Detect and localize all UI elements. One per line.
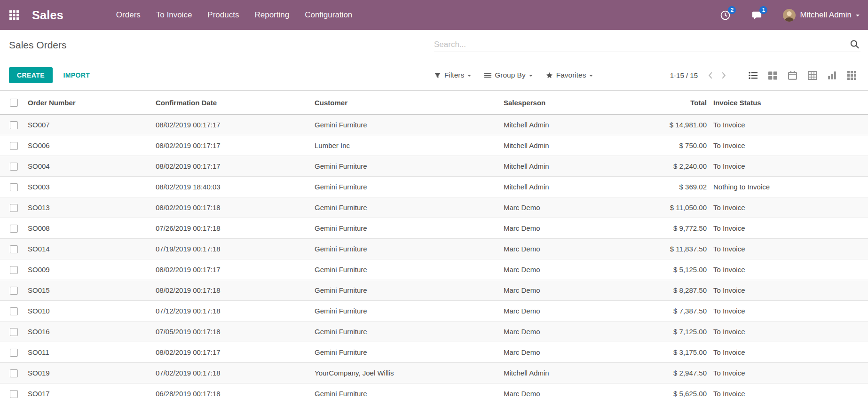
- table-row[interactable]: SO013 08/02/2019 00:17:18 Gemini Furnitu…: [0, 197, 868, 218]
- table-row[interactable]: SO009 08/02/2019 00:17:17 Gemini Furnitu…: [0, 259, 868, 280]
- row-checkbox-cell: [0, 363, 26, 383]
- cell-confirmation-date: 06/28/2019 00:17:18: [154, 383, 313, 399]
- cell-confirmation-date: 07/02/2019 00:17:18: [154, 363, 313, 383]
- cell-invoice-status: To Invoice: [709, 321, 868, 342]
- table-row[interactable]: SO014 07/19/2019 00:17:18 Gemini Furnitu…: [0, 239, 868, 259]
- activities-button[interactable]: 2: [720, 10, 731, 21]
- filters-dropdown[interactable]: Filters: [434, 71, 471, 79]
- table-row[interactable]: SO011 08/02/2019 00:17:17 Gemini Furnitu…: [0, 342, 868, 363]
- favorites-dropdown[interactable]: Favorites: [546, 71, 593, 79]
- search-box[interactable]: [434, 39, 860, 52]
- caret-down-icon: [856, 15, 860, 18]
- row-checkbox[interactable]: [10, 225, 18, 233]
- cell-salesperson: Marc Demo: [502, 342, 639, 363]
- cell-total: $ 11,837.50: [639, 239, 709, 259]
- row-checkbox[interactable]: [10, 121, 18, 129]
- favorites-label: Favorites: [556, 71, 586, 79]
- table-row[interactable]: SO008 07/26/2019 00:17:18 Gemini Furnitu…: [0, 218, 868, 239]
- search-options: Filters Group By Favorites: [434, 71, 593, 79]
- column-header-order-number[interactable]: Order Number: [26, 91, 154, 115]
- row-checkbox[interactable]: [10, 183, 18, 191]
- view-graph-button[interactable]: [822, 67, 842, 83]
- view-pivot-button[interactable]: [802, 67, 822, 83]
- table-row[interactable]: SO017 06/28/2019 00:17:18 Gemini Furnitu…: [0, 383, 868, 399]
- create-button[interactable]: CREATE: [9, 67, 53, 83]
- table-row[interactable]: SO007 08/02/2019 00:17:17 Gemini Furnitu…: [0, 115, 868, 135]
- top-menu-item[interactable]: Orders: [116, 10, 141, 20]
- cell-total: $ 14,981.00: [639, 115, 709, 135]
- cell-customer: Gemini Furniture: [313, 280, 502, 301]
- column-header-invoice-status[interactable]: Invoice Status: [709, 91, 868, 115]
- column-header-total[interactable]: Total: [639, 91, 709, 115]
- group-by-dropdown[interactable]: Group By: [484, 71, 532, 79]
- view-activity-button[interactable]: [842, 67, 861, 83]
- cell-order-number: SO006: [26, 135, 154, 156]
- messages-button[interactable]: 1: [751, 10, 762, 21]
- cell-invoice-status: To Invoice: [709, 218, 868, 239]
- cell-order-number: SO017: [26, 383, 154, 399]
- table-row[interactable]: SO016 07/05/2019 00:17:18 Gemini Furnitu…: [0, 321, 868, 342]
- table-row[interactable]: SO015 08/02/2019 00:17:18 Gemini Furnitu…: [0, 280, 868, 301]
- row-checkbox[interactable]: [10, 287, 18, 295]
- column-header-customer[interactable]: Customer: [313, 91, 502, 115]
- search-input[interactable]: [434, 39, 849, 50]
- filters-label: Filters: [444, 71, 464, 79]
- caret-down-icon: [589, 75, 593, 78]
- cell-salesperson: Marc Demo: [502, 280, 639, 301]
- table-row[interactable]: SO019 07/02/2019 00:17:18 YourCompany, J…: [0, 363, 868, 383]
- cell-total: $ 11,050.00: [639, 197, 709, 218]
- activities-badge: 2: [728, 6, 736, 14]
- cell-total: $ 2,240.00: [639, 156, 709, 177]
- row-checkbox[interactable]: [10, 163, 18, 171]
- row-checkbox-cell: [0, 301, 26, 321]
- search-button[interactable]: [849, 39, 860, 50]
- row-checkbox[interactable]: [10, 390, 18, 398]
- cell-order-number: SO014: [26, 239, 154, 259]
- table-row[interactable]: SO006 08/02/2019 00:17:17 Lumber Inc Mit…: [0, 135, 868, 156]
- row-checkbox[interactable]: [10, 328, 18, 336]
- top-menu-item[interactable]: Products: [207, 10, 239, 20]
- row-checkbox[interactable]: [10, 266, 18, 274]
- select-all-checkbox[interactable]: [10, 99, 18, 107]
- row-checkbox[interactable]: [10, 142, 18, 150]
- cell-order-number: SO007: [26, 115, 154, 135]
- top-menu-item[interactable]: Configuration: [305, 10, 352, 20]
- cell-salesperson: Mitchell Admin: [502, 363, 639, 383]
- pivot-table-icon: [808, 71, 817, 80]
- column-header-salesperson[interactable]: Salesperson: [502, 91, 639, 115]
- cell-total: $ 5,625.00: [639, 383, 709, 399]
- view-kanban-button[interactable]: [763, 67, 782, 83]
- row-checkbox[interactable]: [10, 204, 18, 212]
- pager-previous-button[interactable]: [703, 70, 717, 81]
- top-navbar: Sales OrdersTo InvoiceProductsReportingC…: [0, 0, 868, 30]
- app-name[interactable]: Sales: [32, 8, 63, 22]
- cell-order-number: SO011: [26, 342, 154, 363]
- column-header-confirmation-date[interactable]: Confirmation Date: [154, 91, 313, 115]
- import-button[interactable]: IMPORT: [59, 67, 94, 83]
- apps-menu-button[interactable]: [7, 8, 22, 23]
- view-list-button[interactable]: [743, 67, 763, 83]
- table-row[interactable]: SO010 07/12/2019 00:17:18 Gemini Furnitu…: [0, 301, 868, 321]
- row-checkbox[interactable]: [10, 369, 18, 377]
- cell-invoice-status: To Invoice: [709, 239, 868, 259]
- cell-order-number: SO019: [26, 363, 154, 383]
- cell-customer: Gemini Furniture: [313, 259, 502, 280]
- cell-salesperson: Marc Demo: [502, 301, 639, 321]
- row-checkbox[interactable]: [10, 349, 18, 357]
- cell-salesperson: Mitchell Admin: [502, 115, 639, 135]
- row-checkbox[interactable]: [10, 307, 18, 315]
- table-row[interactable]: SO003 08/02/2019 18:40:03 Gemini Furnitu…: [0, 177, 868, 197]
- pager-next-button[interactable]: [717, 70, 731, 81]
- cell-customer: Gemini Furniture: [313, 115, 502, 135]
- bars-icon: [484, 72, 491, 79]
- cell-order-number: SO015: [26, 280, 154, 301]
- top-menu-item[interactable]: To Invoice: [156, 10, 192, 20]
- table-row[interactable]: SO004 08/02/2019 00:17:17 Gemini Furnitu…: [0, 156, 868, 177]
- view-calendar-button[interactable]: [782, 67, 802, 83]
- top-menu-item[interactable]: Reporting: [254, 10, 289, 20]
- select-all-header-cell: [0, 91, 26, 115]
- row-checkbox[interactable]: [10, 245, 18, 253]
- user-menu[interactable]: Mitchell Admin: [783, 9, 860, 22]
- cell-salesperson: Marc Demo: [502, 383, 639, 399]
- cell-confirmation-date: 08/02/2019 00:17:18: [154, 197, 313, 218]
